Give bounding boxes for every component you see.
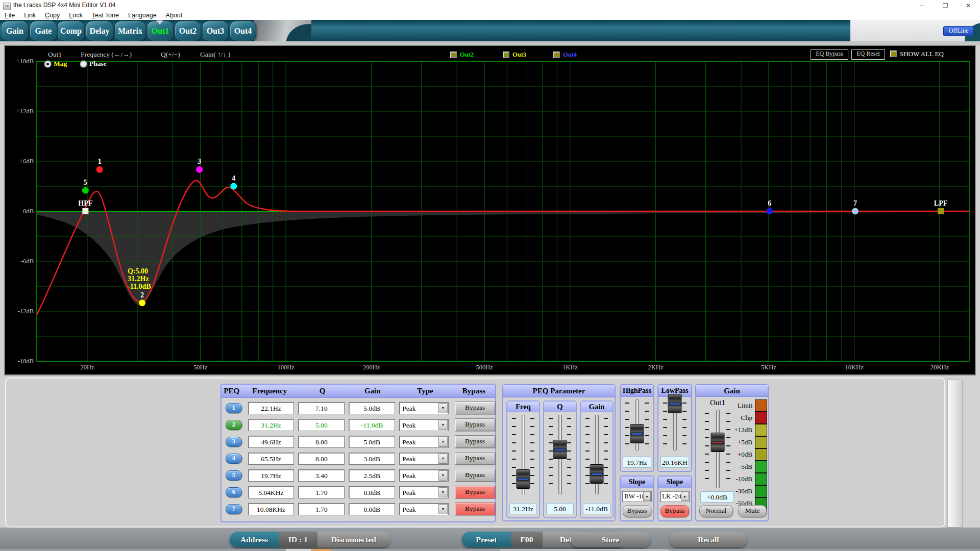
gain-field[interactable]: 2.5dB <box>349 469 395 482</box>
bypass-button[interactable]: Bypass <box>455 402 495 414</box>
highpass-bypass-button[interactable]: Bypass <box>623 505 651 517</box>
offline-status-button[interactable]: OffLine <box>943 26 974 36</box>
chevron-down-icon[interactable]: ▼ <box>681 492 689 501</box>
out4-overlay-checkbox[interactable] <box>553 52 560 58</box>
chevron-down-icon[interactable]: ▼ <box>438 504 448 514</box>
frequency-field[interactable]: 49.6Hz <box>248 436 295 448</box>
band-number-badge[interactable]: 7 <box>226 504 242 514</box>
eq-point-LPF[interactable] <box>938 208 944 214</box>
eq-point-3[interactable] <box>196 166 203 173</box>
q-field[interactable]: 5.00 <box>298 419 345 431</box>
freq-value[interactable]: 31.2Hz <box>509 503 537 514</box>
eq-bypass-button[interactable]: EQ Bypass <box>811 49 848 60</box>
menu-copy[interactable]: Copy <box>40 11 64 20</box>
chevron-down-icon[interactable]: ▼ <box>438 403 448 413</box>
eq-point-4[interactable] <box>230 183 237 190</box>
band-number-badge[interactable]: 4 <box>226 454 242 464</box>
device-id-label[interactable]: ID : 1 <box>279 532 317 547</box>
q-value[interactable]: 5.00 <box>546 503 574 514</box>
type-dropdown[interactable]: Peak▼ <box>399 503 449 515</box>
freq-fader-handle[interactable] <box>517 469 530 489</box>
band-number-badge[interactable]: 5 <box>226 470 242 481</box>
window-scrollbar[interactable] <box>947 380 963 528</box>
tab-matrix[interactable]: Matrix <box>114 21 146 41</box>
menu-file[interactable]: File <box>0 11 19 20</box>
gain-field[interactable]: 5.0dB <box>349 402 395 414</box>
mute-button[interactable]: Mute <box>738 505 767 517</box>
gain-value[interactable]: -11.0dB <box>583 503 610 514</box>
frequency-field[interactable]: 10.08KHz <box>248 503 295 515</box>
show-all-eq-checkbox[interactable] <box>890 51 897 57</box>
q-fader-handle[interactable] <box>553 440 567 459</box>
type-dropdown[interactable]: Peak▼ <box>399 419 449 431</box>
chevron-down-icon[interactable]: ▼ <box>438 437 448 447</box>
highpass-value[interactable]: 19.7Hz <box>623 457 651 468</box>
frequency-field[interactable]: 65.5Hz <box>248 453 295 465</box>
band-number-badge[interactable]: 3 <box>226 437 242 447</box>
gain-field[interactable]: 3.0dB <box>349 453 395 465</box>
chevron-down-icon[interactable]: ▼ <box>438 487 448 497</box>
frequency-field[interactable]: 19.7Hz <box>248 469 295 482</box>
bypass-button[interactable]: Bypass <box>455 503 495 515</box>
q-field[interactable]: 1.70 <box>298 486 345 498</box>
menu-about[interactable]: About <box>161 11 187 20</box>
output-gain-fader-handle[interactable] <box>711 433 725 452</box>
q-field[interactable]: 1.70 <box>298 503 345 515</box>
frequency-field[interactable]: 22.1Hz <box>248 402 295 414</box>
q-field[interactable]: 8.00 <box>298 436 345 448</box>
menu-lock[interactable]: Lock <box>64 11 87 20</box>
type-dropdown[interactable]: Peak▼ <box>399 402 449 414</box>
eq-point-6[interactable] <box>766 208 773 215</box>
menu-link[interactable]: Link <box>19 11 40 20</box>
gain-field[interactable]: 0.0dB <box>349 486 395 498</box>
bypass-button[interactable]: Bypass <box>455 452 495 465</box>
bypass-button[interactable]: Bypass <box>455 418 495 431</box>
lowpass-bypass-button[interactable]: Bypass <box>660 505 689 517</box>
tab-comp[interactable]: Comp <box>57 21 85 41</box>
eq-plot[interactable]: +18dB+12dB+6dB0dB-6dB-12dB-18dB20Hz50Hz1… <box>5 46 975 374</box>
type-dropdown[interactable]: Peak▼ <box>399 436 449 448</box>
q-field[interactable]: 3.40 <box>298 469 345 482</box>
frequency-field[interactable]: 31.2Hz <box>248 419 295 431</box>
gain-field[interactable]: 0.0dB <box>349 503 395 515</box>
band-number-badge[interactable]: 2 <box>226 420 242 430</box>
q-field[interactable]: 7.10 <box>298 402 345 414</box>
chevron-down-icon[interactable]: ▼ <box>438 454 448 464</box>
type-dropdown[interactable]: Peak▼ <box>399 453 449 465</box>
tab-out3[interactable]: Out3 <box>202 21 229 41</box>
q-field[interactable]: 8.00 <box>298 453 345 465</box>
recall-button[interactable]: Recall <box>670 532 747 547</box>
tab-gain[interactable]: Gain <box>1 21 29 41</box>
tab-delay[interactable]: Delay <box>86 21 113 41</box>
eq-point-5[interactable] <box>82 187 89 194</box>
highpass-fader-handle[interactable] <box>630 424 644 443</box>
type-dropdown[interactable]: Peak▼ <box>399 486 449 498</box>
lowpass-slope-dropdown[interactable]: LK -24 ▼ <box>660 491 690 502</box>
menu-language[interactable]: Language <box>124 11 161 20</box>
eq-reset-button[interactable]: EQ Reset <box>851 49 885 60</box>
band-number-badge[interactable]: 1 <box>226 403 242 413</box>
mag-radio[interactable] <box>44 60 52 68</box>
gain-field[interactable]: 5.0dB <box>349 436 395 448</box>
type-dropdown[interactable]: Peak▼ <box>399 469 449 482</box>
bypass-button[interactable]: Bypass <box>455 486 495 498</box>
menu-test-tone[interactable]: Test Tone <box>87 11 124 20</box>
eq-point-2[interactable] <box>139 299 145 306</box>
phase-radio[interactable] <box>80 60 87 68</box>
eq-point-HPF[interactable] <box>82 208 88 214</box>
preset-button[interactable]: Preset <box>462 532 511 547</box>
gain-field[interactable]: -11.0dB <box>349 419 395 431</box>
bypass-button[interactable]: Bypass <box>455 469 495 482</box>
minimize-button[interactable]: – <box>910 0 934 11</box>
maximize-button[interactable]: ❐ <box>934 0 957 11</box>
tab-out2[interactable]: Out2 <box>175 21 201 41</box>
lowpass-value[interactable]: 20.16KH <box>660 457 689 468</box>
address-button[interactable]: Address <box>230 532 279 547</box>
store-button[interactable]: Store <box>571 532 650 547</box>
lowpass-fader-handle[interactable] <box>668 394 682 413</box>
frequency-field[interactable]: 5.04KHz <box>248 486 295 498</box>
chevron-down-icon[interactable]: ▼ <box>438 420 448 430</box>
bypass-button[interactable]: Bypass <box>455 435 495 448</box>
chevron-down-icon[interactable]: ▼ <box>438 470 448 481</box>
tab-gate[interactable]: Gate <box>30 21 57 41</box>
